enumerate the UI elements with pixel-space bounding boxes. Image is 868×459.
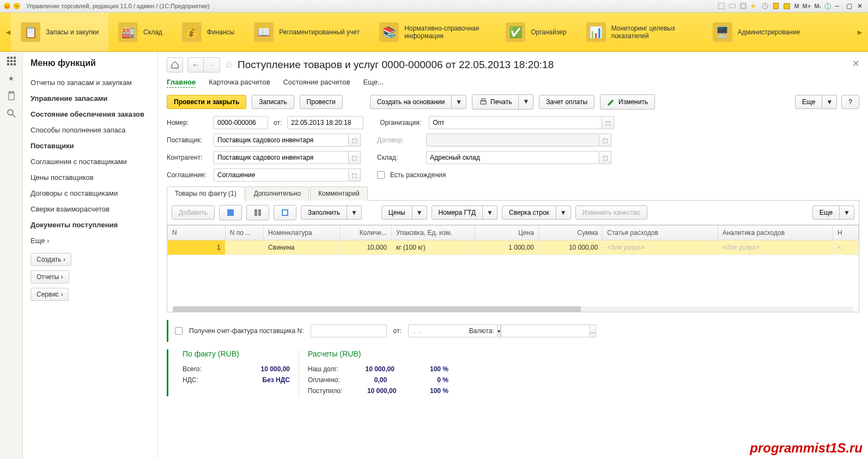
contract-input[interactable] — [426, 134, 599, 147]
calendar-icon[interactable] — [783, 2, 791, 10]
supplier-open-icon[interactable]: ⬚ — [349, 134, 361, 147]
sidebar-item[interactable]: Соглашения с поставщиками — [31, 154, 150, 170]
sidebar-item[interactable]: Цены поставщиков — [31, 170, 150, 185]
toolbar-icon-2[interactable] — [246, 205, 269, 220]
org-input[interactable] — [429, 116, 602, 129]
maximize-icon[interactable]: ▢ — [846, 2, 854, 10]
warehouse-input[interactable] — [426, 151, 599, 164]
quality-button[interactable]: Изменить качество — [575, 206, 648, 220]
close-window-icon[interactable]: ✕ — [857, 2, 865, 10]
nav-section-monitoring[interactable]: 📊 Мониторинг целевых показателей — [576, 13, 703, 51]
offset-payment-button[interactable]: Зачет оплаты — [539, 95, 594, 109]
col-price[interactable]: Цена — [475, 226, 538, 240]
back-button[interactable]: ← — [187, 57, 204, 73]
tab-main[interactable]: Главное — [167, 78, 196, 88]
more-button[interactable]: Еще ▼ — [795, 95, 837, 109]
currency-open-icon[interactable]: … — [590, 324, 596, 337]
reports-button[interactable]: Отчеты › — [31, 270, 69, 283]
tab-goods[interactable]: Товары по факту (1) — [167, 186, 245, 201]
col-expanal[interactable]: Аналитика расходов — [718, 226, 833, 240]
contragent-input[interactable] — [214, 151, 349, 164]
sidebar-item[interactable]: Документы поступления — [31, 217, 150, 233]
table-row[interactable]: 1 Свинина 10,000 кг (100 кг) 1 000,00 10… — [168, 240, 859, 255]
sidebar-item[interactable]: Сверки взаиморасчетов — [31, 201, 150, 217]
tab-additional[interactable]: Дополнительно — [246, 186, 309, 201]
favorite-toggle-icon[interactable]: ☆ — [224, 59, 233, 71]
minimize-icon[interactable]: – — [835, 2, 843, 10]
m-plus-button[interactable]: M+ — [803, 3, 811, 9]
info-icon[interactable]: ⓘ — [824, 2, 832, 10]
save-button[interactable]: Записать — [252, 95, 294, 109]
calc-icon[interactable] — [772, 2, 780, 10]
history-icon[interactable] — [761, 2, 769, 10]
tb-icon-3[interactable] — [739, 2, 747, 10]
nav-section-finance[interactable]: 💰 Финансы — [172, 13, 244, 51]
org-open-icon[interactable]: ⬚ — [602, 116, 614, 129]
service-button[interactable]: Сервис › — [31, 288, 69, 301]
contract-open-icon[interactable]: ⬚ — [599, 134, 611, 147]
post-and-close-button[interactable]: Провести и закрыть — [167, 95, 246, 109]
nav-section-reference[interactable]: 📚 Нормативно-справочная информация — [369, 13, 496, 51]
tb-icon-1[interactable] — [718, 2, 725, 10]
sidebar-item[interactable]: Отчеты по запасам и закупкам — [31, 75, 150, 90]
gtd-button[interactable]: Номера ГТД▼ — [432, 206, 497, 220]
tab-calc-card[interactable]: Карточка расчетов — [209, 78, 270, 88]
sidebar-item[interactable]: Управление запасами — [31, 90, 150, 106]
clipboard-icon[interactable] — [7, 91, 16, 101]
m-button[interactable]: M — [794, 3, 799, 9]
star-icon[interactable]: ★ — [7, 74, 16, 83]
reconcile-button[interactable]: Сверка строк▼ — [502, 206, 571, 220]
currency-input[interactable] — [501, 324, 590, 337]
tb-icon-2[interactable] — [729, 2, 736, 10]
nav-section-organizer[interactable]: ✅ Органайзер — [496, 13, 576, 51]
fill-button[interactable]: Заполнить▼ — [301, 206, 362, 220]
scroll-right-icon[interactable]: ► — [857, 21, 863, 43]
post-button[interactable]: Провести — [300, 95, 343, 109]
invoice-number-input[interactable] — [311, 324, 387, 337]
create-button[interactable]: Создать › — [31, 253, 71, 266]
help-button[interactable]: ? — [841, 95, 859, 109]
create-based-on-button[interactable]: Создать на основании ▼ — [370, 95, 466, 109]
print-button[interactable]: Печать ▼ — [472, 94, 533, 110]
home-button[interactable] — [167, 57, 183, 73]
agreement-input[interactable] — [214, 168, 349, 182]
col-qty[interactable]: Количе... — [340, 226, 391, 240]
tab-more[interactable]: Еще... — [363, 78, 383, 88]
col-item[interactable]: Номенклатура — [264, 226, 341, 240]
toolbar-icon-1[interactable] — [219, 205, 242, 220]
col-sum[interactable]: Сумма — [538, 226, 602, 240]
close-icon[interactable]: ✕ — [852, 58, 859, 69]
favorite-icon[interactable]: ★ — [750, 2, 758, 10]
sidebar-item[interactable]: Способы пополнения запаса — [31, 122, 150, 138]
nav-section-admin[interactable]: 🖥️ Администрирование — [703, 13, 810, 51]
horizontal-scrollbar[interactable] — [173, 306, 853, 312]
sidebar-item-more[interactable]: Еще › — [31, 233, 150, 249]
nav-section-stocks[interactable]: 📋 Запасы и закупки — [11, 13, 108, 51]
col-nby[interactable]: N по ... — [225, 226, 263, 240]
contragent-open-icon[interactable]: ⬚ — [349, 151, 361, 164]
col-last[interactable]: Н — [833, 226, 858, 240]
invoice-received-checkbox[interactable] — [175, 327, 183, 335]
number-input[interactable] — [214, 116, 268, 129]
date-input[interactable] — [287, 116, 363, 129]
col-n[interactable]: N — [168, 226, 226, 240]
edit-button[interactable]: Изменить — [600, 94, 655, 110]
toolbar-icon-3[interactable] — [274, 205, 296, 220]
m-minus-button[interactable]: M- — [814, 3, 821, 9]
agreement-open-icon[interactable]: ⬚ — [349, 168, 361, 182]
sidebar-item[interactable]: Состояние обеспечения заказов — [31, 106, 150, 122]
search-icon[interactable] — [7, 108, 16, 118]
goods-table[interactable]: N N по ... Номенклатура Количе... Упаков… — [167, 225, 859, 312]
forward-button[interactable]: → — [204, 57, 220, 73]
col-expcat[interactable]: Статья расходов — [603, 226, 718, 240]
dropdown-icon[interactable] — [13, 2, 21, 10]
discrepancy-checkbox[interactable] — [377, 171, 385, 179]
add-row-button[interactable]: Добавить — [172, 206, 215, 220]
warehouse-open-icon[interactable]: ⬚ — [599, 151, 611, 164]
scroll-left-icon[interactable]: ◄ — [5, 21, 11, 43]
tab-calc-status[interactable]: Состояние расчетов — [283, 78, 350, 88]
apps-icon[interactable] — [7, 56, 16, 66]
col-unit[interactable]: Упаковка, Ед. изм. — [391, 226, 475, 240]
nav-section-accounting[interactable]: 📖 Регламентированный учет — [244, 13, 369, 51]
tab-comment[interactable]: Комментарий — [310, 186, 368, 201]
